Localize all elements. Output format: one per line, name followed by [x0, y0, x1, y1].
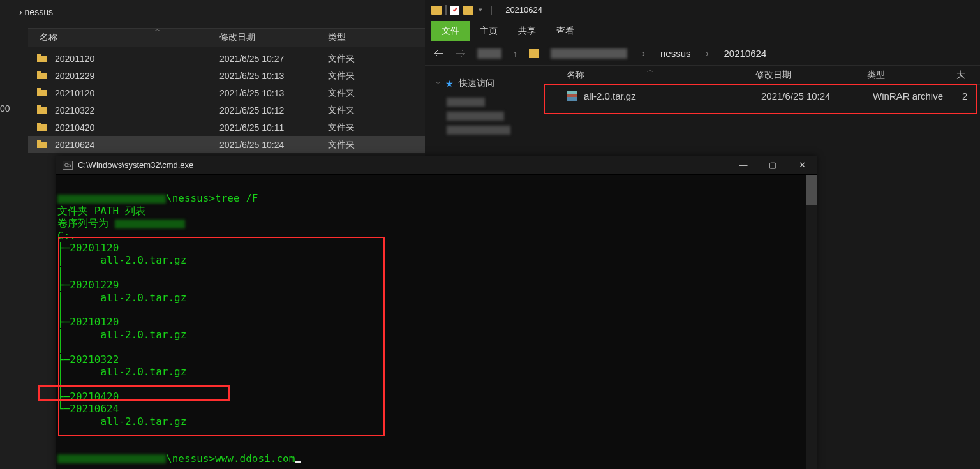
folder-row[interactable]: 20210420 2021/6/25 10:11 文件夹 [28, 119, 425, 136]
cmd-output[interactable]: \nessus>tree /F 文件夹 PATH 列表 卷序列号为 C:. ├─… [56, 175, 817, 465]
folder-row[interactable]: 20210322 2021/6/25 10:12 文件夹 [28, 101, 425, 119]
sort-indicator-icon: ︿ [154, 25, 161, 34]
folder-icon [37, 88, 50, 98]
quick-dropdown-icon[interactable]: ▾ [479, 6, 482, 14]
svg-rect-7 [37, 105, 41, 108]
breadcrumb[interactable]: › nessus [19, 7, 53, 17]
row-type: 文件夹 [328, 53, 392, 64]
svg-rect-9 [37, 123, 41, 125]
cmd-titlebar[interactable]: C:\ C:\Windows\system32\cmd.exe — ▢ ✕ [56, 156, 817, 175]
close-button[interactable]: ✕ [787, 156, 817, 175]
folder-row[interactable]: 20210624 2021/6/25 10:24 文件夹 [28, 136, 425, 153]
col-size[interactable]: 大 [956, 70, 965, 81]
ribbon-tab[interactable]: 查看 [546, 21, 584, 41]
forward-icon[interactable]: 🡢 [456, 48, 466, 59]
file-name: all-2.0.tar.gz [584, 91, 761, 101]
svg-rect-4 [37, 90, 47, 96]
svg-rect-8 [37, 124, 47, 131]
svg-rect-11 [37, 140, 41, 142]
column-headers: ︿名称 修改日期 类型 大 [551, 66, 980, 85]
scrollbar[interactable] [806, 175, 817, 469]
row-date: 2021/6/25 10:27 [219, 54, 328, 64]
crumb-nessus[interactable]: nessus [660, 48, 691, 59]
svg-rect-6 [37, 107, 47, 114]
ribbon-tab[interactable]: 主页 [470, 21, 508, 41]
file-row[interactable]: all-2.0.tar.gz 2021/6/25 10:24 WinRAR ar… [551, 85, 980, 107]
row-type: 文件夹 [328, 139, 392, 151]
ribbon-tab[interactable]: 共享 [508, 21, 546, 41]
col-date[interactable]: 修改日期 [755, 70, 867, 81]
cmd-icon: C:\ [63, 161, 73, 170]
col-type[interactable]: 类型 [867, 70, 956, 81]
folder-icon [37, 105, 50, 115]
col-date[interactable]: 修改日期 [219, 32, 328, 43]
file-date: 2021/6/25 10:24 [761, 91, 873, 101]
svg-rect-10 [37, 142, 47, 148]
row-date: 2021/6/25 10:12 [219, 105, 328, 115]
svg-rect-1 [37, 54, 41, 56]
back-icon[interactable]: 🡠 [434, 48, 444, 59]
ribbon-tab[interactable]: 文件 [431, 21, 470, 41]
titlebar: ✔ ▾ | 20210624 [425, 0, 980, 20]
column-headers: ︿ 名称 修改日期 类型 [28, 28, 425, 47]
rar-icon [567, 91, 577, 101]
folder-icon [37, 140, 50, 150]
svg-rect-2 [37, 73, 47, 79]
row-date: 2021/6/25 10:13 [219, 71, 328, 81]
expand-icon[interactable]: ﹀ [435, 79, 442, 88]
minimize-button[interactable]: — [729, 156, 758, 175]
folder-row[interactable]: 20210120 2021/6/25 10:13 文件夹 [28, 84, 425, 101]
row-type: 文件夹 [328, 70, 392, 82]
quick-access[interactable]: ﹀ ★ 快速访问 [425, 75, 551, 93]
cmd-title-text: C:\Windows\system32\cmd.exe [78, 160, 193, 170]
row-name: 20210624 [55, 140, 219, 150]
address-bar[interactable]: 🡠 🡢 ↑ › nessus › 20210624 [425, 41, 980, 66]
gutter-number: 00 [0, 103, 10, 114]
check-icon: ✔ [450, 6, 459, 15]
row-date: 2021/6/25 10:13 [219, 88, 328, 98]
ribbon-tabs: 文件主页共享查看 [425, 20, 980, 41]
folder-row[interactable]: 20201229 2021/6/25 10:13 文件夹 [28, 67, 425, 84]
folder-icon [37, 54, 50, 64]
up-icon[interactable]: ↑ [513, 48, 517, 59]
col-name[interactable]: 名称 [28, 32, 219, 43]
breadcrumb-tail: nessus [25, 7, 53, 17]
folder-icon [431, 6, 442, 15]
folder-icon [37, 123, 50, 133]
folder-icon [529, 49, 539, 58]
row-date: 2021/6/25 10:11 [219, 123, 328, 133]
col-type[interactable]: 类型 [328, 32, 392, 43]
star-icon: ★ [445, 78, 454, 89]
folder-icon [463, 6, 473, 15]
row-name: 20201229 [55, 71, 219, 81]
row-date: 2021/6/25 10:24 [219, 140, 328, 150]
row-name: 20210420 [55, 123, 219, 133]
row-name: 20201120 [55, 54, 219, 64]
svg-rect-5 [37, 88, 41, 91]
scroll-thumb[interactable] [806, 175, 817, 205]
cmd-window: C:\ C:\Windows\system32\cmd.exe — ▢ ✕ \n… [56, 156, 817, 469]
crumb-folder[interactable]: 20210624 [724, 48, 767, 59]
file-list: 20201120 2021/6/25 10:27 文件夹 20201229 20… [28, 50, 425, 153]
svg-rect-0 [37, 56, 47, 62]
window-title: 20210624 [505, 5, 542, 15]
file-type: WinRAR archive [873, 91, 962, 101]
row-name: 20210322 [55, 105, 219, 115]
row-type: 文件夹 [328, 105, 392, 116]
quick-access-label: 快速访问 [459, 78, 494, 89]
row-name: 20210120 [55, 88, 219, 98]
row-type: 文件夹 [328, 87, 392, 99]
col-name[interactable]: ︿名称 [551, 70, 755, 81]
row-type: 文件夹 [328, 122, 392, 133]
sort-indicator-icon: ︿ [647, 66, 653, 75]
folder-row[interactable]: 20201120 2021/6/25 10:27 文件夹 [28, 50, 425, 67]
maximize-button[interactable]: ▢ [758, 156, 787, 175]
svg-rect-3 [37, 71, 41, 73]
folder-icon [37, 71, 50, 81]
file-size: 2 [962, 91, 967, 101]
